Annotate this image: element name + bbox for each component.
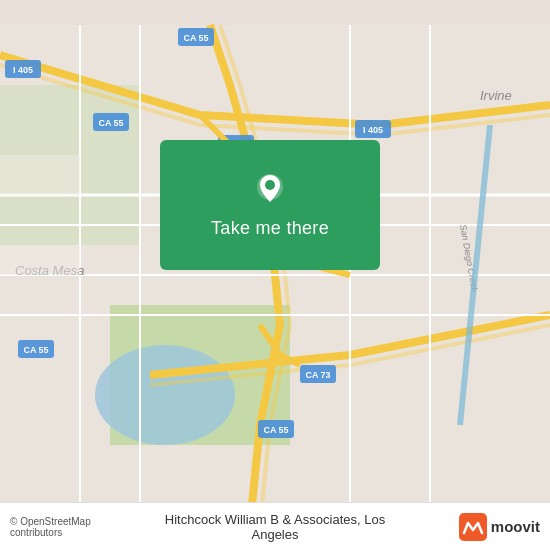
moovit-logo: moovit — [408, 513, 541, 541]
svg-text:CA 55: CA 55 — [98, 118, 123, 128]
svg-text:CA 73: CA 73 — [305, 370, 330, 380]
svg-text:I 405: I 405 — [363, 125, 383, 135]
svg-rect-32 — [0, 155, 80, 195]
svg-text:Irvine: Irvine — [480, 88, 512, 103]
bottom-bar: © OpenStreetMap contributors Hitchcock W… — [0, 502, 550, 550]
svg-text:CA 55: CA 55 — [263, 425, 288, 435]
action-label: Take me there — [211, 218, 329, 239]
svg-rect-36 — [459, 513, 487, 541]
place-name: Hitchcock William B & Associates, Los An… — [143, 512, 408, 542]
svg-text:CA 55: CA 55 — [183, 33, 208, 43]
map-svg: I 405 CA 55 CA 55 CA 55 CA 55 CA 73 CA 5… — [0, 0, 550, 550]
moovit-icon — [459, 513, 487, 541]
svg-point-35 — [265, 180, 275, 190]
svg-rect-33 — [0, 245, 80, 275]
moovit-text: moovit — [491, 518, 540, 535]
svg-text:CA 55: CA 55 — [23, 345, 48, 355]
map-container: I 405 CA 55 CA 55 CA 55 CA 55 CA 73 CA 5… — [0, 0, 550, 550]
copyright-text: © OpenStreetMap contributors — [10, 516, 143, 538]
take-me-there-button[interactable]: Take me there — [160, 140, 380, 270]
svg-text:I 405: I 405 — [13, 65, 33, 75]
location-pin-icon — [252, 172, 288, 208]
